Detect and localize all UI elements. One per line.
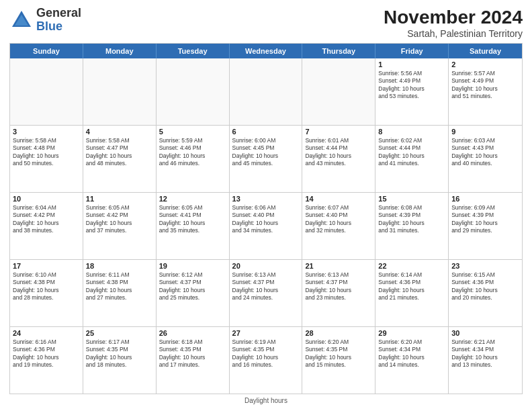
day-number: 2 (451, 60, 519, 68)
location-subtitle: Sartah, Palestinian Territory (384, 28, 523, 39)
day-info: Sunrise: 6:20 AM Sunset: 4:35 PM Dayligh… (305, 338, 372, 369)
day-number: 12 (159, 195, 226, 203)
day-number: 24 (13, 329, 80, 337)
day-number: 16 (451, 195, 519, 203)
empty-cell (302, 58, 375, 125)
day-cell-8: 8Sunrise: 6:02 AM Sunset: 4:44 PM Daylig… (375, 126, 449, 192)
day-number: 10 (13, 195, 80, 203)
header-day-saturday: Saturday (449, 44, 522, 58)
day-number: 9 (451, 128, 519, 136)
header-day-tuesday: Tuesday (157, 44, 230, 58)
day-number: 21 (305, 262, 372, 270)
day-cell-22: 22Sunrise: 6:14 AM Sunset: 4:36 PM Dayli… (375, 260, 449, 326)
day-info: Sunrise: 5:56 AM Sunset: 4:49 PM Dayligh… (378, 70, 445, 101)
day-cell-4: 4Sunrise: 5:58 AM Sunset: 4:47 PM Daylig… (83, 126, 157, 192)
day-info: Sunrise: 6:13 AM Sunset: 4:37 PM Dayligh… (232, 271, 300, 302)
day-info: Sunrise: 6:15 AM Sunset: 4:36 PM Dayligh… (451, 271, 519, 302)
empty-cell (83, 58, 157, 125)
day-cell-19: 19Sunrise: 6:12 AM Sunset: 4:37 PM Dayli… (157, 260, 230, 326)
day-info: Sunrise: 5:57 AM Sunset: 4:49 PM Dayligh… (451, 70, 519, 101)
empty-cell (230, 58, 303, 125)
day-cell-7: 7Sunrise: 6:01 AM Sunset: 4:44 PM Daylig… (302, 126, 375, 192)
daylight-hours-label: Daylight hours (245, 397, 287, 404)
day-number: 23 (451, 262, 519, 270)
day-cell-28: 28Sunrise: 6:20 AM Sunset: 4:35 PM Dayli… (302, 327, 375, 394)
header-day-wednesday: Wednesday (230, 44, 303, 58)
day-info: Sunrise: 6:03 AM Sunset: 4:43 PM Dayligh… (451, 137, 519, 168)
day-number: 14 (305, 195, 372, 203)
day-cell-11: 11Sunrise: 6:05 AM Sunset: 4:42 PM Dayli… (83, 193, 157, 259)
day-number: 11 (86, 195, 153, 203)
day-info: Sunrise: 6:05 AM Sunset: 4:42 PM Dayligh… (86, 204, 153, 235)
day-number: 15 (378, 195, 445, 203)
day-cell-13: 13Sunrise: 6:06 AM Sunset: 4:40 PM Dayli… (230, 193, 303, 259)
day-cell-17: 17Sunrise: 6:10 AM Sunset: 4:38 PM Dayli… (10, 260, 83, 326)
day-number: 27 (232, 329, 300, 337)
day-cell-9: 9Sunrise: 6:03 AM Sunset: 4:43 PM Daylig… (449, 126, 522, 192)
day-cell-23: 23Sunrise: 6:15 AM Sunset: 4:36 PM Dayli… (449, 260, 522, 326)
day-info: Sunrise: 6:20 AM Sunset: 4:34 PM Dayligh… (378, 338, 445, 369)
day-number: 19 (159, 262, 226, 270)
day-cell-30: 30Sunrise: 6:21 AM Sunset: 4:34 PM Dayli… (449, 327, 522, 394)
day-info: Sunrise: 5:58 AM Sunset: 4:47 PM Dayligh… (86, 137, 153, 168)
day-info: Sunrise: 6:17 AM Sunset: 4:35 PM Dayligh… (86, 338, 153, 369)
empty-cell (157, 58, 230, 125)
page: General Blue November 2024 Sartah, Pales… (0, 0, 532, 411)
day-cell-29: 29Sunrise: 6:20 AM Sunset: 4:34 PM Dayli… (375, 327, 449, 394)
day-info: Sunrise: 6:08 AM Sunset: 4:39 PM Dayligh… (378, 204, 445, 235)
day-info: Sunrise: 6:01 AM Sunset: 4:44 PM Dayligh… (305, 137, 372, 168)
day-number: 22 (378, 262, 445, 270)
logo-blue-text: Blue (36, 19, 62, 33)
day-info: Sunrise: 6:14 AM Sunset: 4:36 PM Dayligh… (378, 271, 445, 302)
title-block: November 2024 Sartah, Palestinian Territ… (384, 7, 523, 39)
footer-note: Daylight hours (9, 397, 523, 404)
day-info: Sunrise: 6:02 AM Sunset: 4:44 PM Dayligh… (378, 137, 445, 168)
day-info: Sunrise: 6:16 AM Sunset: 4:36 PM Dayligh… (13, 338, 80, 369)
day-number: 28 (305, 329, 372, 337)
header-day-monday: Monday (83, 44, 157, 58)
day-info: Sunrise: 6:12 AM Sunset: 4:37 PM Dayligh… (159, 271, 226, 302)
day-cell-20: 20Sunrise: 6:13 AM Sunset: 4:37 PM Dayli… (230, 260, 303, 326)
day-info: Sunrise: 5:59 AM Sunset: 4:46 PM Dayligh… (159, 137, 226, 168)
day-cell-18: 18Sunrise: 6:11 AM Sunset: 4:38 PM Dayli… (83, 260, 157, 326)
day-cell-5: 5Sunrise: 5:59 AM Sunset: 4:46 PM Daylig… (157, 126, 230, 192)
day-number: 7 (305, 128, 372, 136)
day-number: 3 (13, 128, 80, 136)
day-cell-2: 2Sunrise: 5:57 AM Sunset: 4:49 PM Daylig… (449, 58, 522, 125)
day-number: 5 (159, 128, 226, 136)
calendar-week-2: 3Sunrise: 5:58 AM Sunset: 4:48 PM Daylig… (10, 125, 522, 192)
day-cell-1: 1Sunrise: 5:56 AM Sunset: 4:49 PM Daylig… (375, 58, 449, 125)
header-day-sunday: Sunday (10, 44, 83, 58)
day-cell-15: 15Sunrise: 6:08 AM Sunset: 4:39 PM Dayli… (375, 193, 449, 259)
day-number: 13 (232, 195, 300, 203)
day-number: 4 (86, 128, 153, 136)
calendar-week-4: 17Sunrise: 6:10 AM Sunset: 4:38 PM Dayli… (10, 259, 522, 326)
logo: General Blue (9, 7, 81, 34)
day-cell-21: 21Sunrise: 6:13 AM Sunset: 4:37 PM Dayli… (302, 260, 375, 326)
day-info: Sunrise: 6:10 AM Sunset: 4:38 PM Dayligh… (13, 271, 80, 302)
calendar-header: SundayMondayTuesdayWednesdayThursdayFrid… (10, 44, 522, 58)
day-number: 30 (451, 329, 519, 337)
day-info: Sunrise: 6:09 AM Sunset: 4:39 PM Dayligh… (451, 204, 519, 235)
empty-cell (10, 58, 83, 125)
day-info: Sunrise: 6:00 AM Sunset: 4:45 PM Dayligh… (232, 137, 300, 168)
day-number: 6 (232, 128, 300, 136)
header-day-thursday: Thursday (302, 44, 375, 58)
logo-icon (9, 8, 34, 32)
day-info: Sunrise: 6:05 AM Sunset: 4:41 PM Dayligh… (159, 204, 226, 235)
day-info: Sunrise: 6:21 AM Sunset: 4:34 PM Dayligh… (451, 338, 519, 369)
day-info: Sunrise: 6:19 AM Sunset: 4:35 PM Dayligh… (232, 338, 300, 369)
calendar: SundayMondayTuesdayWednesdayThursdayFrid… (9, 43, 523, 394)
day-number: 29 (378, 329, 445, 337)
day-cell-24: 24Sunrise: 6:16 AM Sunset: 4:36 PM Dayli… (10, 327, 83, 394)
day-cell-3: 3Sunrise: 5:58 AM Sunset: 4:48 PM Daylig… (10, 126, 83, 192)
day-info: Sunrise: 6:18 AM Sunset: 4:35 PM Dayligh… (159, 338, 226, 369)
day-number: 1 (378, 60, 445, 68)
month-title: November 2024 (384, 7, 523, 28)
day-number: 26 (159, 329, 226, 337)
day-info: Sunrise: 6:13 AM Sunset: 4:37 PM Dayligh… (305, 271, 372, 302)
header-day-friday: Friday (375, 44, 449, 58)
day-number: 17 (13, 262, 80, 270)
header: General Blue November 2024 Sartah, Pales… (9, 7, 523, 39)
calendar-week-5: 24Sunrise: 6:16 AM Sunset: 4:36 PM Dayli… (10, 326, 522, 394)
